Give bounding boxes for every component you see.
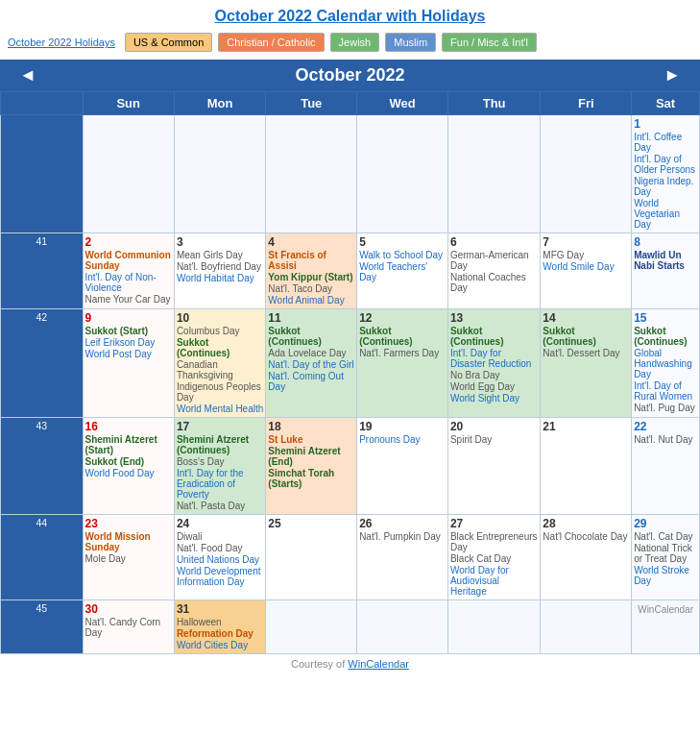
- holiday: Sukkot (Continues): [268, 326, 354, 347]
- holiday: World Development Information Day: [177, 566, 263, 587]
- holiday: Int'l. Coffee Day: [634, 132, 697, 153]
- col-fri: Fri: [541, 92, 632, 115]
- filter-us[interactable]: US & Common: [125, 33, 212, 52]
- week-num: 43: [1, 418, 84, 515]
- day-6: 6 German-American Day National Coaches D…: [447, 233, 540, 309]
- holiday: United Nations Day: [177, 554, 263, 565]
- day-number: 15: [634, 311, 697, 325]
- footer-link[interactable]: WinCalendar: [348, 658, 409, 670]
- filter-fun[interactable]: Fun / Misc & Int'l: [442, 33, 537, 52]
- day-14: 14 Sukkot (Continues) Nat'l. Dessert Day: [541, 309, 632, 418]
- day-number: 16: [85, 420, 172, 433]
- holiday: Mean Girls Day: [177, 250, 263, 260]
- day-number: 5: [359, 235, 446, 249]
- day-22: 22 Nat'l. Nut Day: [632, 418, 700, 515]
- day-number: 25: [268, 517, 354, 530]
- day-number: 3: [177, 235, 263, 249]
- holiday: Spirit Day: [450, 434, 538, 445]
- holiday: Sukkot (Continues): [450, 326, 538, 347]
- day-13: 13 Sukkot (Continues) Int'l. Day for Dis…: [447, 309, 540, 418]
- holiday: World Stroke Day: [634, 565, 697, 586]
- holiday: Int'l. Day for Disaster Reduction: [450, 348, 538, 369]
- col-mon: Mon: [174, 92, 265, 115]
- holiday: Int'l. Day of Rural Women: [634, 380, 697, 402]
- holiday: Columbus Day: [177, 326, 263, 336]
- table-row: 44 23 World Mission Sunday Mole Day 24 D…: [1, 515, 700, 600]
- holiday: Ada Lovelace Day: [268, 348, 354, 358]
- holiday: Nat'l. Dessert Day: [543, 348, 629, 358]
- day-20: 20 Spirit Day: [447, 418, 540, 515]
- holiday: National Coaches Day: [450, 272, 538, 293]
- day-number: 24: [177, 517, 263, 530]
- table-row: 45 30 Nat'l. Candy Corn Day 31 Halloween…: [1, 600, 700, 654]
- holiday: Int'l. Day of Older Persons: [634, 154, 697, 175]
- day-number: 26: [359, 517, 446, 530]
- day-number: 4: [268, 235, 354, 249]
- holiday: World Egg Day: [450, 381, 538, 392]
- col-tue: Tue: [266, 92, 357, 115]
- day-31: 31 Halloween Reformation Day World Citie…: [174, 600, 265, 654]
- holiday: MFG Day: [543, 250, 629, 260]
- holiday: Simchat Torah (Starts): [268, 468, 354, 489]
- holiday: Diwali: [177, 531, 263, 542]
- footer: Courtesy of WinCalendar: [0, 654, 700, 673]
- holiday: Nat'l Chocolate Day: [543, 531, 629, 542]
- holiday: Mole Day: [85, 553, 172, 564]
- day-number: 12: [359, 311, 446, 325]
- holiday: Name Your Car Day: [85, 294, 172, 305]
- holiday: No Bra Day: [450, 370, 538, 380]
- day-number: 27: [450, 517, 538, 530]
- table-row: 1 Int'l. Coffee Day Int'l. Day of Older …: [1, 115, 700, 233]
- week-num: 45: [1, 600, 84, 654]
- day-4: 4 St Francis of Assisi Yom Kippur (Start…: [266, 233, 357, 309]
- prev-month-button[interactable]: ◄: [12, 65, 44, 86]
- holiday: World Communion Sunday: [85, 250, 172, 271]
- holiday: Nat'l. Nut Day: [634, 434, 697, 445]
- holiday: Shemini Atzeret (Start): [85, 434, 172, 455]
- day-1: 1 Int'l. Coffee Day Int'l. Day of Older …: [632, 115, 700, 233]
- day-24: 24 Diwali Nat'l. Food Day United Nations…: [174, 515, 265, 600]
- day-number: 10: [177, 311, 263, 325]
- holiday: World Habitat Day: [177, 273, 263, 283]
- filter-jewish[interactable]: Jewish: [330, 33, 380, 52]
- filter-christian[interactable]: Christian / Catholic: [218, 33, 324, 52]
- day-number: 17: [177, 420, 263, 433]
- day-number: 11: [268, 311, 354, 325]
- day-7: 7 MFG Day World Smile Day: [541, 233, 632, 309]
- table-row: 43 16 Shemini Atzeret (Start) Sukkot (En…: [1, 418, 700, 515]
- col-sun: Sun: [83, 92, 174, 115]
- col-week: [1, 92, 84, 115]
- filter-muslim[interactable]: Muslim: [385, 33, 436, 52]
- day-15: 15 Sukkot (Continues) Global Handwashing…: [632, 309, 700, 418]
- filter-bar: October 2022 Holidays US & Common Christ…: [0, 29, 700, 60]
- holiday: World Teachers' Day: [359, 261, 446, 282]
- calendar-table: Sun Mon Tue Wed Thu Fri Sat 1 Int'l. Cof…: [0, 91, 700, 654]
- holiday: Nat'l. Farmers Day: [359, 348, 446, 358]
- holiday: World Mental Health: [177, 404, 263, 414]
- day-21: 21: [541, 418, 632, 515]
- holiday: World Cities Day: [177, 640, 263, 650]
- holiday: World Mission Sunday: [85, 531, 172, 552]
- day-27: 27 Black Entrepreneurs Day Black Cat Day…: [447, 515, 540, 600]
- holiday: German-American Day: [450, 250, 538, 271]
- holiday: Nat'l. Boyfriend Day: [177, 261, 263, 272]
- holiday: World Food Day: [85, 468, 172, 478]
- holiday: Sukkot (Continues): [634, 326, 697, 347]
- week-num: 42: [1, 309, 84, 418]
- holiday: Nat'l. Cat Day: [634, 531, 697, 542]
- holiday: Sukkot (End): [85, 456, 172, 467]
- day-number: 7: [543, 235, 629, 249]
- day-empty: [541, 600, 632, 654]
- holiday: Walk to School Day: [359, 250, 446, 260]
- week-num: 44: [1, 515, 84, 600]
- day-25: 25: [266, 515, 357, 600]
- next-month-button[interactable]: ►: [656, 65, 688, 86]
- day-23: 23 World Mission Sunday Mole Day: [83, 515, 174, 600]
- day-number: 9: [85, 311, 172, 325]
- holiday: Nat'l. Coming Out Day: [268, 371, 354, 392]
- holiday: Nat'l. Day of the Girl: [268, 359, 354, 370]
- holiday: Leif Erikson Day: [85, 337, 172, 348]
- month-year-label: October 2022: [295, 65, 404, 86]
- holiday: Shemini Atzeret (Continues): [177, 434, 263, 455]
- day-29: 29 Nat'l. Cat Day National Trick or Trea…: [632, 515, 700, 600]
